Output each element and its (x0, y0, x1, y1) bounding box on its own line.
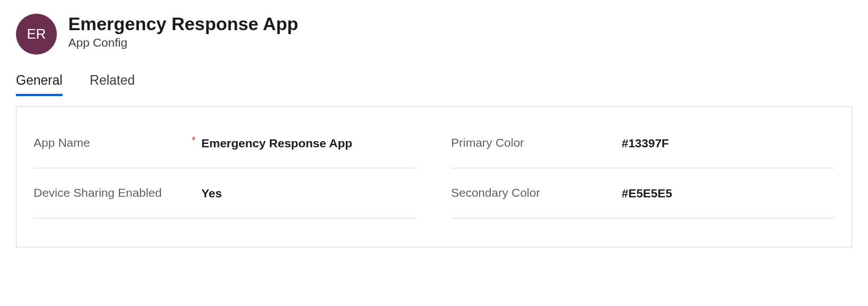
field-label: Device Sharing Enabled (34, 185, 162, 201)
page-header: ER Emergency Response App App Config (0, 0, 868, 55)
field-label-wrap: Device Sharing Enabled (34, 185, 201, 201)
field-secondary-color[interactable]: Secondary Color #E5E5E5 (451, 168, 834, 218)
tab-label: Related (90, 73, 135, 88)
field-app-name[interactable]: App Name * Emergency Response App (34, 118, 417, 168)
tab-general[interactable]: General (16, 73, 63, 96)
field-value: #13397F (622, 137, 834, 150)
field-label: Primary Color (451, 135, 524, 151)
field-label: App Name (34, 135, 90, 151)
field-device-sharing-enabled[interactable]: Device Sharing Enabled Yes (34, 168, 417, 218)
field-label-wrap: Primary Color (451, 135, 622, 151)
field-label-wrap: Secondary Color (451, 185, 622, 201)
field-value: Emergency Response App (201, 137, 417, 150)
page-title: Emergency Response App (68, 14, 298, 35)
form-column-right: Primary Color #13397F Secondary Color #E… (451, 118, 834, 218)
field-label-wrap: App Name * (34, 135, 201, 151)
header-text: Emergency Response App App Config (68, 14, 298, 49)
tab-related[interactable]: Related (90, 73, 135, 96)
tabs: General Related (0, 55, 868, 96)
field-value: #E5E5E5 (622, 187, 834, 200)
field-primary-color[interactable]: Primary Color #13397F (451, 118, 834, 168)
page-subtitle: App Config (68, 36, 298, 49)
required-indicator: * (192, 135, 196, 147)
field-value: Yes (201, 187, 417, 200)
avatar-initials: ER (27, 26, 46, 42)
form-panel: App Name * Emergency Response App Device… (16, 106, 852, 247)
avatar: ER (16, 14, 57, 55)
form-column-left: App Name * Emergency Response App Device… (34, 118, 417, 218)
field-label: Secondary Color (451, 185, 540, 201)
tab-label: General (16, 73, 63, 88)
